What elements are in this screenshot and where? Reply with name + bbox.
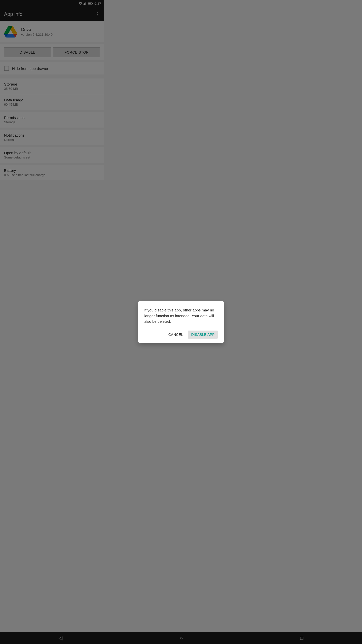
dialog-overlay: If you disable this app, other apps may …	[0, 0, 104, 185]
